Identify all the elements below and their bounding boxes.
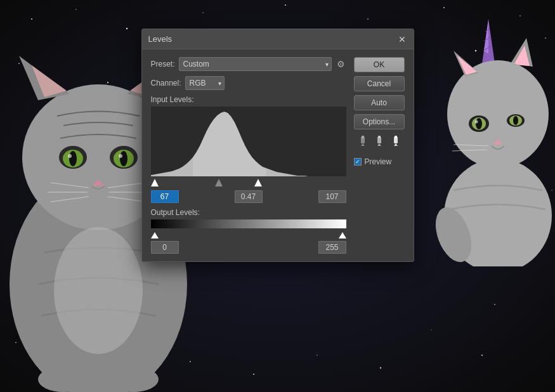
- svg-marker-89: [339, 232, 346, 238]
- svg-marker-91: [361, 143, 365, 146]
- eyedropper-white-icon: [391, 136, 401, 147]
- close-button[interactable]: ✕: [397, 35, 407, 44]
- svg-marker-87: [254, 179, 262, 186]
- dialog-titlebar: Levels ✕: [142, 29, 414, 49]
- svg-rect-98: [395, 136, 397, 138]
- gear-button[interactable]: ⚙: [336, 58, 346, 70]
- svg-rect-95: [378, 136, 381, 138]
- svg-marker-85: [151, 179, 159, 186]
- levels-dialog: Levels ✕ Preset: CustomDefaultDarkerIncr…: [141, 29, 414, 262]
- channel-row: Channel: RGBRedGreenBlue: [151, 76, 346, 90]
- preview-checkmark: ✓: [355, 159, 360, 165]
- input-levels-label: Input Levels:: [151, 95, 346, 104]
- channel-select[interactable]: RGBRedGreenBlue: [185, 76, 225, 90]
- input-values-row: [151, 190, 346, 203]
- histogram-container: [151, 107, 346, 176]
- output-black-field[interactable]: [151, 241, 179, 254]
- preview-label: Preview: [365, 157, 392, 166]
- channel-label: Channel:: [151, 79, 181, 88]
- dialog-overlay: Levels ✕ Preset: CustomDefaultDarkerIncr…: [0, 0, 555, 392]
- options-button[interactable]: Options...: [354, 114, 405, 129]
- dialog-title: Levels: [148, 34, 173, 44]
- histogram-svg: [151, 107, 346, 176]
- output-black-triangle[interactable]: [151, 231, 159, 240]
- svg-marker-86: [215, 179, 223, 186]
- input-mid-field[interactable]: [235, 190, 263, 203]
- dialog-left-panel: Preset: CustomDefaultDarkerIncrease Cont…: [151, 57, 346, 254]
- preset-dropdown-wrapper: CustomDefaultDarkerIncrease Contrast 1In…: [179, 57, 332, 71]
- preview-checkbox[interactable]: ✓: [354, 158, 362, 166]
- output-white-triangle[interactable]: [339, 231, 346, 240]
- preview-row: ✓ Preview: [354, 157, 405, 166]
- auto-button[interactable]: Auto: [354, 95, 405, 110]
- dialog-body: Preset: CustomDefaultDarkerIncrease Cont…: [142, 49, 414, 261]
- output-levels-label: Output Levels:: [151, 208, 346, 217]
- eyedropper-row: [354, 134, 405, 151]
- svg-rect-92: [362, 136, 364, 138]
- svg-marker-88: [151, 232, 159, 238]
- eyedropper-black-icon: [358, 136, 368, 147]
- input-white-field[interactable]: [318, 190, 346, 203]
- output-white-field[interactable]: [318, 241, 346, 254]
- output-slider-markers: [151, 231, 346, 238]
- eyedropper-black-button[interactable]: [356, 134, 369, 151]
- dialog-right-panel: OK Cancel Auto Options...: [354, 57, 405, 254]
- eyedropper-gray-icon: [374, 136, 384, 147]
- output-values-row: [151, 241, 346, 254]
- channel-dropdown-wrapper: RGBRedGreenBlue: [185, 76, 225, 90]
- input-slider-markers: [151, 179, 346, 188]
- eyedropper-white-button[interactable]: [389, 134, 402, 151]
- cancel-button[interactable]: Cancel: [354, 76, 405, 91]
- input-black-field[interactable]: [151, 190, 179, 203]
- preset-row: Preset: CustomDefaultDarkerIncrease Cont…: [151, 57, 346, 71]
- svg-marker-94: [377, 143, 381, 146]
- white-triangle[interactable]: [254, 179, 262, 188]
- svg-marker-97: [394, 143, 398, 146]
- output-gradient-bar: [151, 219, 346, 228]
- preset-label: Preset:: [151, 60, 175, 69]
- mid-triangle[interactable]: [215, 179, 223, 188]
- ok-button[interactable]: OK: [354, 57, 405, 72]
- preset-select[interactable]: CustomDefaultDarkerIncrease Contrast 1In…: [179, 57, 332, 71]
- black-triangle[interactable]: [151, 179, 159, 188]
- eyedropper-gray-button[interactable]: [373, 134, 386, 151]
